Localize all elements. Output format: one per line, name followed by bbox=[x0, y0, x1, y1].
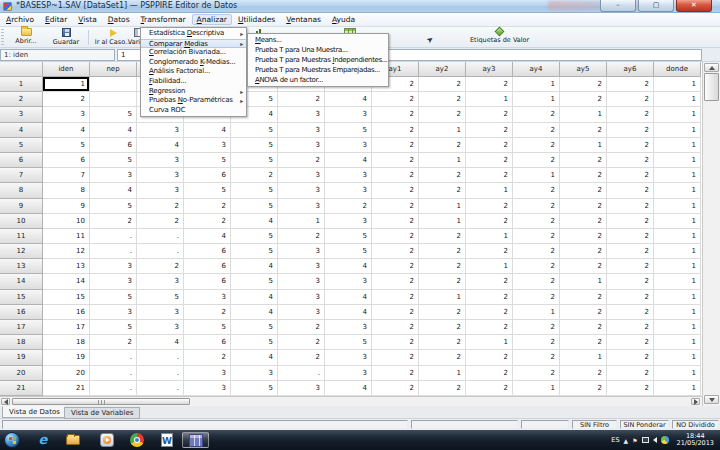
grid-cell[interactable]: 2 bbox=[372, 381, 419, 396]
grid-cell[interactable]: 2 bbox=[372, 107, 419, 122]
grid-cell[interactable]: 3 bbox=[137, 168, 184, 183]
grid-cell[interactable]: 2 bbox=[607, 107, 654, 122]
vertical-scroll-thumb[interactable] bbox=[704, 73, 719, 101]
grid-cell[interactable]: 5 bbox=[231, 183, 278, 198]
grid-cell[interactable]: 2 bbox=[607, 77, 654, 92]
insert-variable-button[interactable] bbox=[418, 28, 434, 47]
grid-cell[interactable]: 1 bbox=[560, 138, 607, 153]
tray-expand-icon[interactable]: ▲ bbox=[624, 437, 629, 444]
grid-cell[interactable]: 1 bbox=[466, 335, 513, 350]
grid-cell[interactable]: 2 bbox=[419, 320, 466, 335]
grid-cell[interactable]: 5 bbox=[90, 199, 137, 214]
value-labels-button[interactable]: Etiquetas de Valor bbox=[470, 28, 529, 47]
grid-cell[interactable]: 1 bbox=[654, 168, 701, 183]
grid-cell[interactable]: 3 bbox=[325, 320, 372, 335]
grid-cell[interactable]: 2 bbox=[466, 214, 513, 229]
grid-cell[interactable]: 1 bbox=[654, 199, 701, 214]
grid-cell[interactable]: 3 bbox=[137, 183, 184, 198]
grid-cell[interactable]: 2 bbox=[372, 305, 419, 320]
grid-cell[interactable]: 5 bbox=[137, 290, 184, 305]
column-header-ay4[interactable]: ay4 bbox=[513, 62, 560, 77]
grid-cell[interactable]: . bbox=[90, 381, 137, 396]
grid-cell[interactable]: 4 bbox=[137, 138, 184, 153]
grid-cell[interactable]: 4 bbox=[184, 229, 231, 244]
grid-cell[interactable]: 5 bbox=[231, 153, 278, 168]
grid-cell[interactable]: . bbox=[137, 381, 184, 396]
grid-cell[interactable]: 1 bbox=[419, 123, 466, 138]
grid-cell[interactable]: 1 bbox=[654, 138, 701, 153]
grid-cell[interactable]: 3 bbox=[325, 274, 372, 289]
menu-item[interactable]: Correlación Bivariada... bbox=[141, 48, 246, 58]
minimize-button[interactable]: – bbox=[600, 0, 636, 12]
scroll-down-button[interactable] bbox=[704, 395, 719, 404]
grid-cell[interactable]: 1 bbox=[654, 214, 701, 229]
column-header-ay6[interactable]: ay6 bbox=[607, 62, 654, 77]
grid-cell[interactable]: 2 bbox=[372, 335, 419, 350]
grid-cell[interactable]: 2 bbox=[278, 335, 325, 350]
menu-item[interactable]: Estadística Descriptiva▸ bbox=[141, 29, 246, 39]
grid-cell[interactable]: 2 bbox=[419, 138, 466, 153]
menu-item[interactable]: Means... bbox=[248, 35, 388, 45]
taskbar-media-player[interactable] bbox=[96, 432, 118, 448]
start-button[interactable] bbox=[4, 432, 20, 448]
grid-cell[interactable]: 2 bbox=[560, 77, 607, 92]
grid-cell[interactable]: 5 bbox=[43, 138, 90, 153]
grid-cell[interactable] bbox=[90, 92, 137, 107]
grid-cell[interactable]: 2 bbox=[137, 214, 184, 229]
grid-cell[interactable]: 2 bbox=[372, 123, 419, 138]
grid-cell[interactable]: 1 bbox=[654, 320, 701, 335]
grid-cell[interactable]: 4 bbox=[231, 350, 278, 365]
grid-cell[interactable]: 5 bbox=[231, 381, 278, 396]
menu-item[interactable]: Fiabilidad... bbox=[141, 77, 246, 87]
grid-cell[interactable]: 2 bbox=[607, 305, 654, 320]
grid-cell[interactable]: 4 bbox=[325, 259, 372, 274]
grid-cell[interactable]: 2 bbox=[607, 153, 654, 168]
close-button[interactable]: ✕ bbox=[676, 0, 712, 12]
grid-cell[interactable]: 9 bbox=[43, 199, 90, 214]
grid-cell[interactable]: 4 bbox=[231, 305, 278, 320]
grid-cell[interactable]: 2 bbox=[372, 366, 419, 381]
grid-cell[interactable]: 2 bbox=[560, 168, 607, 183]
grid-cell[interactable]: 4 bbox=[90, 183, 137, 198]
grid-cell[interactable]: 5 bbox=[231, 335, 278, 350]
grid-cell[interactable]: 5 bbox=[231, 229, 278, 244]
grid-cell[interactable]: 2 bbox=[278, 229, 325, 244]
grid-cell[interactable]: 5 bbox=[231, 138, 278, 153]
grid-cell[interactable]: . bbox=[137, 366, 184, 381]
grid-cell[interactable]: . bbox=[278, 366, 325, 381]
grid-cell[interactable]: 1 bbox=[43, 77, 90, 92]
scroll-up-button[interactable] bbox=[704, 63, 719, 72]
grid-cell[interactable]: 2 bbox=[184, 305, 231, 320]
menu-item[interactable]: Regression▸ bbox=[141, 87, 246, 97]
grid-cell[interactable]: 1 bbox=[466, 259, 513, 274]
grid-cell[interactable]: 1 bbox=[654, 92, 701, 107]
grid-cell[interactable]: 3 bbox=[278, 123, 325, 138]
grid-cell[interactable]: 1 bbox=[466, 92, 513, 107]
column-header-donde[interactable]: donde bbox=[654, 62, 701, 77]
grid-cell[interactable]: 1 bbox=[513, 305, 560, 320]
grid-cell[interactable]: 2 bbox=[372, 259, 419, 274]
grid-cell[interactable]: 3 bbox=[137, 153, 184, 168]
column-header-ay2[interactable]: ay2 bbox=[419, 62, 466, 77]
grid-cell[interactable]: 2 bbox=[560, 183, 607, 198]
grid-cell[interactable]: 5 bbox=[90, 290, 137, 305]
row-header[interactable]: 18 bbox=[0, 335, 43, 350]
grid-cell[interactable]: 3 bbox=[278, 290, 325, 305]
grid-cell[interactable]: 2 bbox=[231, 168, 278, 183]
column-header-iden[interactable]: iden bbox=[43, 62, 90, 77]
grid-cell[interactable]: 2 bbox=[466, 244, 513, 259]
menu-item[interactable]: Comparar Medias▸ bbox=[141, 39, 246, 49]
grid-cell[interactable]: 6 bbox=[184, 274, 231, 289]
column-header-ay5[interactable]: ay5 bbox=[560, 62, 607, 77]
grid-cell[interactable]: 2 bbox=[560, 381, 607, 396]
grid-cell[interactable]: 2 bbox=[184, 214, 231, 229]
grid-cell[interactable]: 2 bbox=[278, 153, 325, 168]
grid-cell[interactable]: 1 bbox=[654, 229, 701, 244]
row-header[interactable]: 1 bbox=[0, 77, 43, 92]
grid-cell[interactable]: 1 bbox=[654, 123, 701, 138]
toolbar-grip[interactable] bbox=[1, 29, 4, 46]
menubar-item-vista[interactable]: Vista bbox=[73, 14, 102, 25]
row-header[interactable]: 2 bbox=[0, 92, 43, 107]
grid-cell[interactable]: 2 bbox=[419, 350, 466, 365]
grid-cell[interactable]: 2 bbox=[184, 199, 231, 214]
